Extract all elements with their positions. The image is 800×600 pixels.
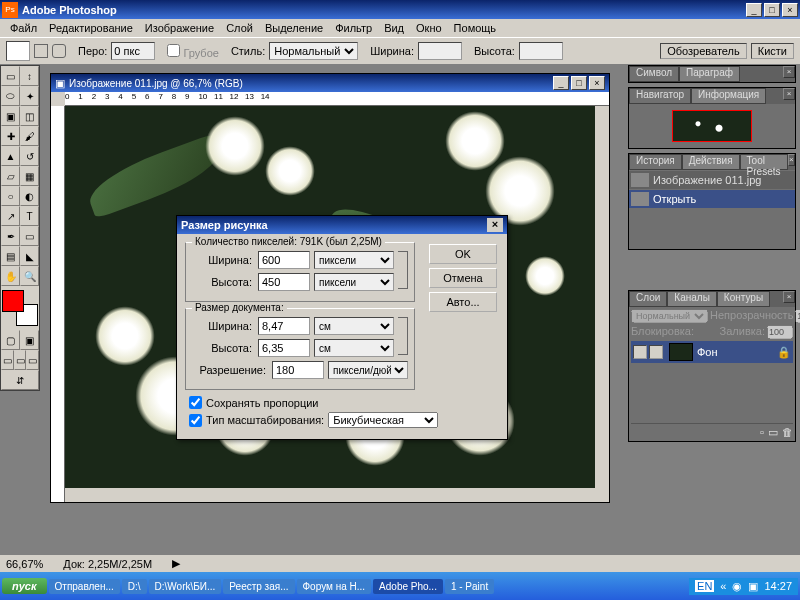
menu-help[interactable]: Помощь — [448, 22, 503, 34]
maximize-button[interactable]: □ — [764, 3, 780, 17]
tab-actions[interactable]: Действия — [682, 154, 740, 170]
tray-icon[interactable]: ▣ — [748, 580, 758, 593]
px-width-input[interactable] — [258, 251, 310, 269]
mode-quickmask[interactable]: ▣ — [20, 330, 39, 350]
antialias-checkbox[interactable] — [167, 44, 180, 57]
status-arrow-icon[interactable]: ▶ — [172, 557, 180, 570]
tool-dodge[interactable]: ◐ — [20, 186, 39, 206]
tool-heal[interactable]: ✚ — [1, 126, 20, 146]
tool-gradient[interactable]: ▦ — [20, 166, 39, 186]
tool-zoom[interactable]: 🔍 — [20, 266, 39, 286]
menu-filter[interactable]: Фильтр — [329, 22, 378, 34]
jump-imageready[interactable]: ⇵ — [1, 370, 39, 390]
tab-paths[interactable]: Контуры — [717, 291, 770, 307]
tool-shape[interactable]: ▭ — [20, 226, 39, 246]
clock[interactable]: 14:27 — [764, 580, 792, 592]
doc-maximize[interactable]: □ — [571, 76, 587, 90]
new-layer-icon[interactable]: ▫ — [760, 426, 764, 439]
task-item[interactable]: 1 - Paint — [445, 579, 494, 594]
panel-close[interactable]: × — [788, 154, 795, 166]
task-item[interactable]: Отправлен... — [49, 579, 120, 594]
feather-input[interactable] — [111, 42, 155, 60]
resample-select[interactable]: Бикубическая — [328, 412, 438, 428]
panel-close[interactable]: × — [783, 88, 795, 100]
doc-minimize[interactable]: _ — [553, 76, 569, 90]
px-width-unit[interactable]: пиксели — [314, 251, 394, 269]
tool-crop[interactable]: ▣ — [1, 106, 20, 126]
tool-brush[interactable]: 🖌 — [20, 126, 39, 146]
tab-channels[interactable]: Каналы — [667, 291, 717, 307]
menu-image[interactable]: Изображение — [139, 22, 220, 34]
tool-text[interactable]: T — [20, 206, 39, 226]
px-height-unit[interactable]: пиксели — [314, 273, 394, 291]
tray-icon[interactable]: ◉ — [732, 580, 742, 593]
zoom-level[interactable]: 66,67% — [6, 558, 43, 570]
dialog-titlebar[interactable]: Размер рисунка × — [177, 216, 507, 234]
constrain-checkbox[interactable] — [189, 396, 202, 409]
mode-standard[interactable]: ▢ — [1, 330, 20, 350]
tool-history[interactable]: ↺ — [20, 146, 39, 166]
width-input[interactable] — [418, 42, 462, 60]
resolution-input[interactable] — [272, 361, 324, 379]
marquee-preview-icon[interactable] — [6, 41, 30, 61]
doc-width-unit[interactable]: см — [314, 317, 394, 335]
menu-window[interactable]: Окно — [410, 22, 448, 34]
minimize-button[interactable]: _ — [746, 3, 762, 17]
task-item[interactable]: Реестр зая... — [223, 579, 294, 594]
px-height-input[interactable] — [258, 273, 310, 291]
doc-height-input[interactable] — [258, 339, 310, 357]
screen-full[interactable]: ▭ — [26, 350, 39, 370]
history-step-open[interactable]: Открыть — [629, 190, 795, 208]
tab-history[interactable]: История — [629, 154, 682, 170]
height-input[interactable] — [519, 42, 563, 60]
tab-tool-presets[interactable]: Tool Presets — [740, 154, 788, 170]
doc-close[interactable]: × — [589, 76, 605, 90]
resample-checkbox[interactable] — [189, 414, 202, 427]
panel-close[interactable]: × — [783, 66, 795, 78]
tab-browser[interactable]: Обозреватель — [660, 43, 747, 59]
doc-height-unit[interactable]: см — [314, 339, 394, 357]
task-item[interactable]: D:\Work\БИ... — [149, 579, 222, 594]
tab-navigator[interactable]: Навигатор — [629, 88, 691, 104]
ok-button[interactable]: OK — [429, 244, 497, 264]
tool-path[interactable]: ↗ — [1, 206, 20, 226]
tool-move[interactable]: ↕ — [20, 66, 39, 86]
tab-layers[interactable]: Слои — [629, 291, 667, 307]
tool-pen[interactable]: ✒ — [1, 226, 20, 246]
menu-view[interactable]: Вид — [378, 22, 410, 34]
tool-notes[interactable]: ▤ — [1, 246, 20, 266]
tool-eyedrop[interactable]: ◣ — [20, 246, 39, 266]
menu-layer[interactable]: Слой — [220, 22, 259, 34]
tool-slice[interactable]: ◫ — [20, 106, 39, 126]
tool-hand[interactable]: ✋ — [1, 266, 20, 286]
task-item[interactable]: Форум на Н... — [297, 579, 372, 594]
tab-paragraph[interactable]: Параграф — [679, 66, 740, 82]
layer-background[interactable]: Фон🔒 — [631, 341, 793, 363]
close-button[interactable]: × — [782, 3, 798, 17]
task-item-active[interactable]: Adobe Pho... — [373, 579, 443, 594]
cancel-button[interactable]: Отмена — [429, 268, 497, 288]
tab-brushes[interactable]: Кисти — [751, 43, 794, 59]
dialog-close[interactable]: × — [487, 218, 503, 232]
doc-width-input[interactable] — [258, 317, 310, 335]
resolution-unit[interactable]: пиксели/дюйм — [328, 361, 408, 379]
navigator-thumb[interactable] — [672, 110, 752, 142]
style-select[interactable]: Нормальный — [269, 42, 358, 60]
new-folder-icon[interactable]: ▭ — [768, 426, 778, 439]
color-swatches[interactable] — [2, 290, 38, 326]
tool-wand[interactable]: ✦ — [20, 86, 39, 106]
lang-indicator[interactable]: EN — [695, 580, 714, 592]
tool-blur[interactable]: ○ — [1, 186, 20, 206]
screen-full-menu[interactable]: ▭ — [14, 350, 27, 370]
tool-eraser[interactable]: ▱ — [1, 166, 20, 186]
tab-character[interactable]: Символ — [629, 66, 679, 82]
tab-info[interactable]: Информация — [691, 88, 766, 104]
trash-icon[interactable]: 🗑 — [782, 426, 793, 439]
visibility-icon[interactable] — [633, 345, 647, 359]
shape-square-icon[interactable] — [34, 44, 48, 58]
menu-select[interactable]: Выделение — [259, 22, 329, 34]
menu-edit[interactable]: Редактирование — [43, 22, 139, 34]
tool-stamp[interactable]: ▲ — [1, 146, 20, 166]
start-button[interactable]: пуск — [2, 578, 47, 594]
auto-button[interactable]: Авто... — [429, 292, 497, 312]
